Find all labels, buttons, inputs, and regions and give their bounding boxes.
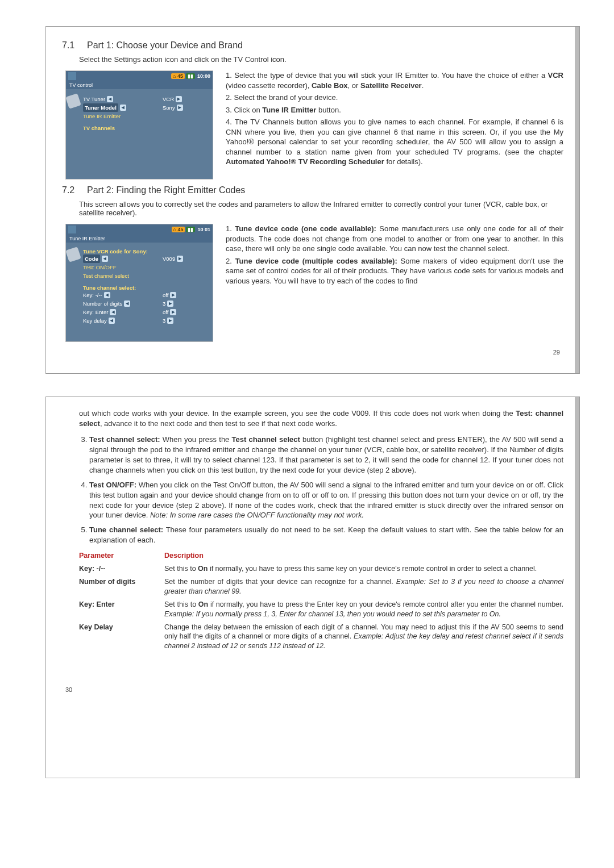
page-30: out which code works with your device. I… [45, 397, 580, 778]
screenshot-titlebar: ⌂ 45 ▮▮ 10:00 [66, 71, 213, 81]
document: 29 7.1Part 1: Choose your Device and Bra… [0, 26, 614, 778]
page-29: 7.1Part 1: Choose your Device and Brand … [45, 26, 580, 374]
row-7-1: ⌂ 45 ▮▮ 10:00 TV control TV Tuner◄ VCR► … [65, 70, 563, 180]
table-row: Number of digits Set the number of digit… [79, 577, 563, 596]
group-2-title: Tune channel select: [83, 285, 208, 291]
instructions-7-2: 1. Tune device code (one code available)… [226, 224, 563, 342]
battery-icon: ▮▮ [186, 73, 195, 79]
table-header: Parameter Description [79, 551, 563, 561]
screenshot-tv-control: ⌂ 45 ▮▮ 10:00 TV control TV Tuner◄ VCR► … [65, 70, 213, 180]
screenshot-body: TV Tuner◄ VCR► Tuner Model◄ Sony► Tune I… [66, 89, 213, 179]
left-arrow-icon: ◄ [107, 96, 113, 102]
continuation-text: out which code works with your device. I… [79, 408, 563, 429]
page-number-30: 30 [62, 685, 563, 694]
list-item: Tune channel select: These four paramete… [89, 525, 563, 545]
section-7-1-heading: 7.1Part 1: Choose your Device and Brand [62, 40, 563, 51]
instructions-7-1: 1. Select the type of device that you wi… [226, 70, 563, 180]
battery-badge: ⌂ 45 [171, 73, 185, 79]
home-icon [68, 226, 76, 233]
clock: 10:00 [197, 73, 210, 79]
row-tv-tuner: TV Tuner◄ VCR► [83, 95, 208, 103]
clock: 10 01 [197, 227, 210, 232]
right-arrow-icon: ► [177, 105, 183, 111]
screenshot-titlebar: ⌂ 45 ▮▮ 10 01 [66, 224, 213, 235]
breadcrumb: TV control [66, 81, 213, 89]
group-1-title: Tune VCR code for Sony: [83, 248, 208, 254]
device-icon [65, 247, 81, 262]
table-row: Key Delay Change the delay between the e… [79, 623, 563, 652]
breadcrumb: Tune IR Emitter [66, 235, 213, 243]
row-7-2: ⌂ 45 ▮▮ 10 01 Tune IR Emitter Tune VCR c… [65, 224, 563, 342]
row-tuner-model: Tuner Model◄ Sony► [83, 103, 208, 112]
list-item: Test channel select: When you press the … [89, 435, 563, 475]
tv-channels-label: TV channels [83, 125, 208, 131]
battery-badge: ⌂ 45 [172, 227, 185, 232]
table-row: Key: Enter Set this to On if normally, y… [79, 600, 563, 619]
section-7-2-heading: 7.2Part 2: Finding the Right Emitter Cod… [62, 185, 563, 195]
numbered-list: Test channel select: When you press the … [89, 435, 563, 545]
row-tune-ir: Tune IR Emitter [83, 112, 208, 120]
home-icon [68, 72, 76, 80]
screenshot-body: Tune VCR code for Sony: Code◄V009► Test:… [66, 243, 213, 341]
section-7-2-intro: This screen allows you to correctly set … [79, 200, 563, 217]
parameter-table: Parameter Description Key: -/-- Set this… [79, 551, 563, 651]
battery-icon: ▮▮ [186, 227, 195, 232]
device-icon [65, 93, 81, 109]
left-arrow-icon: ◄ [120, 105, 126, 111]
section-7-1-intro: Select the Settings action icon and clic… [79, 55, 563, 64]
page-number-29: 29 [62, 348, 563, 357]
list-item: Test ON/OFF: When you click on the Test … [89, 480, 563, 521]
table-row: Key: -/-- Set this to On if normally, yo… [79, 564, 563, 574]
right-arrow-icon: ► [176, 96, 182, 102]
screenshot-ir-emitter: ⌂ 45 ▮▮ 10 01 Tune IR Emitter Tune VCR c… [65, 224, 213, 342]
